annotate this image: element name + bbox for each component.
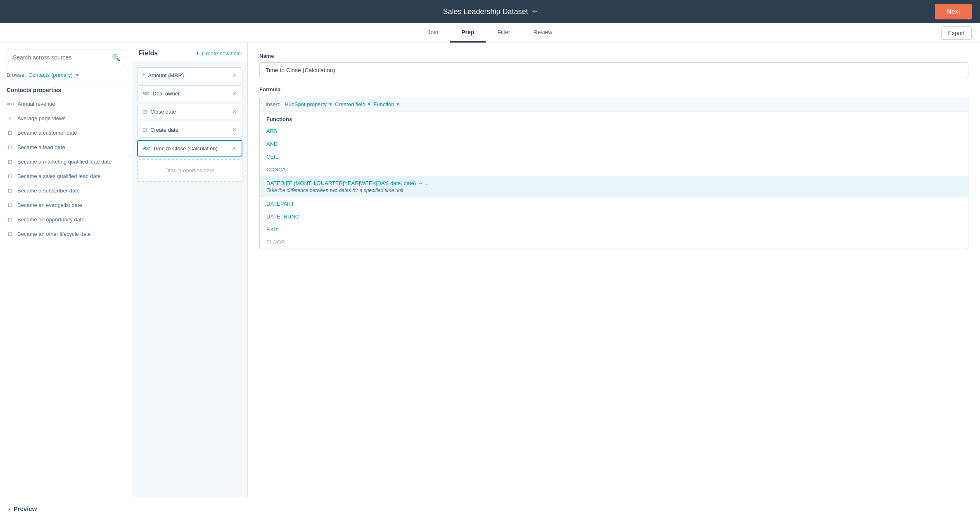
list-item[interactable]: ⊡ Became an other lifecycle date: [0, 227, 132, 241]
field-label: Deal owner: [153, 90, 180, 97]
list-item[interactable]: ABC Annual revenue: [0, 97, 132, 111]
function-item-datepart[interactable]: DATEPART: [260, 197, 968, 210]
property-label: Average page views: [17, 115, 66, 121]
list-item[interactable]: ⊡ Became a subscriber date: [0, 183, 132, 198]
insert-label: Insert:: [266, 101, 280, 107]
prop-type-icon: ⊡: [7, 130, 13, 136]
field-type-icon: ⊡: [142, 127, 147, 133]
field-label: Create date: [150, 127, 178, 133]
formula-toolbar: Insert: HubSpot property ▼ Created field…: [260, 97, 968, 112]
formula-section-label: Formula: [259, 86, 968, 93]
function-item-datediff[interactable]: DATEDIFF (MONTH|QUARTER|YEAR|WEEK|DAY, d…: [260, 176, 968, 197]
field-label: Time to Close (Calculation): [153, 145, 218, 152]
drag-drop-label: Drag properties here: [165, 167, 214, 173]
prop-type-icon: ABC: [7, 102, 14, 106]
center-panel-header: Fields + Create new field: [132, 43, 247, 62]
edit-icon[interactable]: ✏: [532, 8, 537, 15]
name-section-label: Name: [259, 53, 968, 59]
field-item[interactable]: ABC Time to Close (Calculation) ✕: [137, 140, 242, 157]
list-item[interactable]: ⊡ Became a customer date: [0, 126, 132, 140]
prop-type-icon: ⊡: [7, 188, 13, 194]
list-item[interactable]: ⊡ Became an evangelist date: [0, 198, 132, 212]
preview-label: Preview: [14, 505, 37, 512]
property-label: Annual revenue: [18, 101, 55, 107]
function-description: Take the difference between two dates fo…: [266, 188, 961, 193]
drag-drop-area: Drag properties here: [137, 159, 242, 182]
list-item[interactable]: # Average page views: [0, 111, 132, 126]
preview-bar: › Preview: [0, 497, 980, 520]
list-item[interactable]: ⊡ Became an opportunity date: [0, 212, 132, 227]
function-label: Function: [374, 101, 394, 107]
field-item[interactable]: # Amount (MRR) ✕: [137, 67, 242, 83]
center-panel: Fields + Create new field # Amount (MRR)…: [132, 43, 248, 497]
created-field-button[interactable]: Created field ▼: [335, 101, 371, 107]
header-title: Sales Leadership Dataset ✏: [443, 7, 537, 16]
chevron-down-icon: ▼: [367, 102, 371, 107]
browse-label: Browse:: [7, 72, 26, 78]
function-item-ceil[interactable]: CEIL: [260, 150, 968, 163]
list-item[interactable]: ⊡ Became a lead date: [0, 140, 132, 154]
dataset-title: Sales Leadership Dataset: [443, 7, 528, 16]
next-button[interactable]: Next: [935, 4, 972, 19]
main-layout: 🔍 Browse: Contacts (primary) ▼ Contacts …: [0, 43, 980, 497]
field-item[interactable]: ⊡ Create date ✕: [137, 122, 242, 138]
browse-value[interactable]: Contacts (primary): [28, 72, 73, 78]
tab-prep[interactable]: Prep: [450, 23, 486, 43]
hubspot-property-button[interactable]: HubSpot property ▼: [285, 101, 332, 107]
field-close-icon[interactable]: ✕: [232, 126, 237, 133]
create-new-field-button[interactable]: + Create new field: [196, 50, 241, 57]
tab-join[interactable]: Join: [416, 23, 450, 43]
field-close-icon[interactable]: ✕: [232, 145, 237, 152]
field-close-icon[interactable]: ✕: [232, 72, 237, 78]
create-field-label: Create new field: [202, 50, 241, 57]
field-item[interactable]: ABC Deal owner ✕: [137, 85, 242, 101]
function-signature: DATEDIFF (MONTH|QUARTER|YEAR|WEEK|DAY, d…: [266, 180, 961, 186]
field-type-icon: ABC: [142, 91, 149, 95]
fields-label: Fields: [139, 50, 158, 57]
prop-type-icon: ⊡: [7, 173, 13, 179]
export-button[interactable]: Export: [941, 26, 972, 40]
list-item[interactable]: ⊡ Became a sales qualified lead date: [0, 169, 132, 183]
hubspot-property-label: HubSpot property: [285, 101, 327, 107]
function-item-concat[interactable]: CONCAT: [260, 163, 968, 176]
field-type-icon: ABC: [143, 146, 150, 150]
prop-type-icon: ⊡: [7, 202, 13, 208]
preview-toggle[interactable]: › Preview: [8, 505, 37, 512]
function-item-datetrunc[interactable]: DATETRUNC: [260, 210, 968, 223]
field-label: Close date: [150, 109, 176, 115]
list-item[interactable]: ⊡ Became a marketing qualified lead date: [0, 154, 132, 169]
field-close-icon[interactable]: ✕: [232, 90, 237, 97]
right-panel: Name Formula Insert: HubSpot property ▼ …: [248, 43, 980, 497]
tab-review[interactable]: Review: [522, 23, 564, 43]
field-close-icon[interactable]: ✕: [232, 108, 237, 115]
function-item-and[interactable]: AND: [260, 138, 968, 150]
prop-type-icon: ⊡: [7, 231, 13, 237]
browse-row: Browse: Contacts (primary) ▼: [0, 72, 132, 83]
property-label: Became a lead date: [17, 144, 65, 150]
function-item-exp[interactable]: EXP: [260, 223, 968, 236]
chevron-right-icon: ›: [8, 506, 10, 512]
property-label: Became a subscriber date: [17, 188, 80, 194]
functions-list: Functions ABS AND CEIL CONCAT DATEDIFF (…: [260, 112, 968, 249]
field-item[interactable]: ⊡ Close date ✕: [137, 104, 242, 119]
property-label: Became a sales qualified lead date: [17, 173, 101, 179]
property-label: Became an opportunity date: [17, 216, 85, 223]
functions-header: Functions: [260, 112, 968, 125]
function-item-floor[interactable]: FLOOR: [260, 236, 968, 249]
tab-bar: Join Prep Filter Review Export: [0, 23, 980, 43]
field-label: Amount (MRR): [148, 72, 184, 78]
chevron-down-icon: ▼: [328, 102, 332, 107]
property-label: Became an other lifecycle date: [17, 231, 91, 237]
tab-filter[interactable]: Filter: [486, 23, 522, 43]
search-icon[interactable]: 🔍: [112, 54, 120, 62]
formula-editor: Insert: HubSpot property ▼ Created field…: [259, 97, 968, 249]
field-name-input[interactable]: [259, 62, 968, 78]
search-input[interactable]: [7, 50, 125, 65]
chevron-down-icon: ▼: [396, 102, 400, 107]
search-box: 🔍: [7, 50, 125, 65]
prop-type-icon: ⊡: [7, 144, 13, 150]
fields-list: # Amount (MRR) ✕ ABC Deal owner ✕ ⊡ Clos…: [132, 62, 247, 187]
properties-list: ABC Annual revenue # Average page views …: [0, 97, 132, 497]
function-item-abs[interactable]: ABS: [260, 125, 968, 138]
function-button[interactable]: Function ▼: [374, 101, 400, 107]
